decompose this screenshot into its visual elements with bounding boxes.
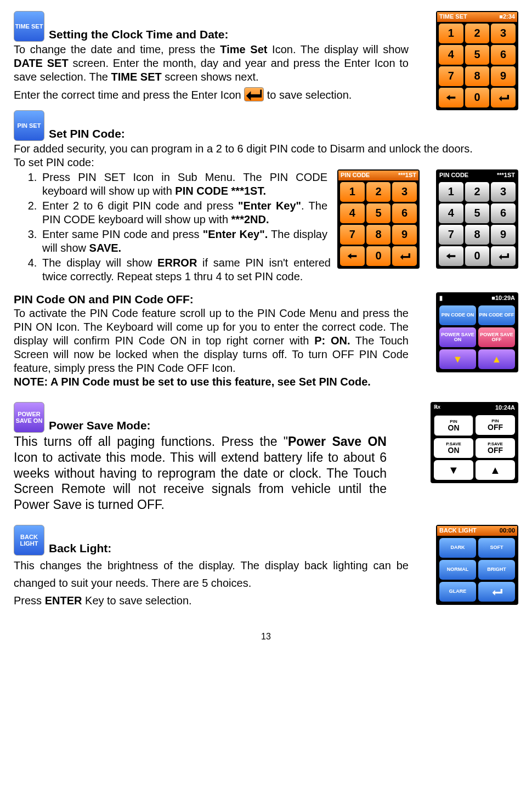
- screenshot-power-save: ℝx 10:24A PINON PINOFF P.SAVEON P.SAVEOF…: [431, 402, 518, 483]
- screen-title-row: ▮ ■10:29A: [437, 293, 517, 303]
- key-5[interactable]: 5: [465, 203, 490, 223]
- screen-title: TIME SET ■2:34: [437, 12, 517, 22]
- screen-status: ***1ST: [398, 172, 416, 179]
- key-1[interactable]: 1: [340, 182, 365, 202]
- section-header: TIME SET Setting the Clock Time and Date…: [14, 11, 429, 42]
- key-back[interactable]: [340, 246, 365, 266]
- glare-button[interactable]: GLARE: [439, 582, 476, 602]
- key-9[interactable]: 9: [392, 225, 417, 245]
- key-back[interactable]: [439, 88, 463, 107]
- icon-label: PIN SET: [18, 122, 41, 129]
- key-6[interactable]: 6: [491, 203, 516, 223]
- power-save-body: This turns off all paging functions. Pre…: [14, 434, 387, 513]
- key-back[interactable]: [439, 246, 463, 266]
- icon-label: BACK LIGHT: [14, 534, 44, 547]
- key-6[interactable]: 6: [392, 203, 417, 223]
- key-5[interactable]: 5: [366, 203, 391, 223]
- key-1[interactable]: 1: [439, 24, 463, 43]
- step-3: Enter same PIN code and press "Enter Key…: [40, 228, 327, 255]
- key-3[interactable]: 3: [392, 182, 417, 202]
- key-2[interactable]: 2: [465, 24, 490, 43]
- key-8[interactable]: 8: [465, 225, 490, 245]
- up-button[interactable]: ▲: [478, 349, 515, 369]
- key-0[interactable]: 0: [465, 246, 490, 266]
- section-header: PIN SET Set PIN Code:: [14, 110, 518, 141]
- key-enter[interactable]: [491, 88, 516, 107]
- pin-screenshots: PIN CODE ***1ST 1 2 3 4 5 6 7 8 9 0 PIN …: [337, 169, 518, 269]
- screenshot-time-set: TIME SET ■2:34 1 2 3 4 5 6 7 8 9 0: [436, 11, 518, 110]
- key-7[interactable]: 7: [439, 66, 463, 86]
- pin-onoff-note: NOTE: A PIN Code must be set to use this…: [14, 375, 409, 389]
- heading-power-save: Power Save Mode:: [49, 418, 151, 433]
- down-arrow-button[interactable]: ▼: [434, 460, 473, 480]
- keypad: 1 2 3 4 5 6 7 8 9 0: [338, 180, 418, 268]
- key-4[interactable]: 4: [439, 45, 463, 65]
- key-6[interactable]: 6: [491, 45, 516, 65]
- screenshot-pin-2: PIN CODE ***1ST 1 2 3 4 5 6 7 8 9 0: [436, 169, 518, 269]
- key-enter[interactable]: [491, 246, 516, 266]
- key-4[interactable]: 4: [439, 203, 463, 223]
- bright-button[interactable]: BRIGHT: [478, 560, 515, 580]
- pin-onoff-body: To activate the PIN Code feature scroll …: [14, 307, 409, 375]
- key-0[interactable]: 0: [465, 88, 490, 107]
- screen-title-row: ℝx 10:24A: [432, 403, 517, 413]
- screen-title: PIN CODE ***1ST: [437, 171, 517, 180]
- section-header: BACK LIGHT Back Light:: [14, 525, 429, 556]
- key-9[interactable]: 9: [491, 66, 516, 86]
- heading-pin-set: Set PIN Code:: [49, 127, 125, 141]
- screen-status: 00:00: [500, 527, 515, 535]
- key-9[interactable]: 9: [491, 225, 516, 245]
- menu-grid: DARK SOFT NORMAL BRIGHT GLARE: [437, 536, 517, 604]
- pin-code-on-button[interactable]: PIN CODE ON: [439, 305, 476, 325]
- step-2: Enter 2 to 6 digit PIN code and press "E…: [40, 199, 327, 226]
- menu-grid: PIN CODE ON PIN CODE OFF POWER SAVE ON P…: [437, 303, 517, 371]
- enter-icon: [244, 87, 264, 101]
- pin-off-button[interactable]: PINOFF: [476, 415, 515, 435]
- section-header: POWER SAVE ON Power Save Mode:: [14, 402, 424, 433]
- key-4[interactable]: 4: [340, 203, 365, 223]
- screen-status: 10:24A: [495, 404, 515, 412]
- pin-on-button[interactable]: PINON: [434, 415, 473, 436]
- pin-code-off-button[interactable]: PIN CODE OFF: [478, 305, 515, 325]
- key-2[interactable]: 2: [465, 182, 490, 202]
- screen-title-text: TIME SET: [439, 13, 467, 21]
- screen-title-text: PIN CODE: [439, 172, 468, 179]
- key-0[interactable]: 0: [366, 246, 391, 266]
- keypad: 1 2 3 4 5 6 7 8 9 0: [437, 22, 517, 109]
- key-8[interactable]: 8: [465, 66, 490, 86]
- pin-body-1: For added security, you can program in a…: [14, 142, 518, 156]
- screenshot-pin-1: PIN CODE ***1ST 1 2 3 4 5 6 7 8 9 0: [337, 169, 420, 269]
- rx-icon: ▮: [439, 294, 443, 302]
- soft-button[interactable]: SOFT: [478, 538, 515, 558]
- psave-off-button[interactable]: P.SAVEOFF: [476, 438, 515, 458]
- section-time-set: TIME SET ■2:34 1 2 3 4 5 6 7 8 9 0 TIME …: [14, 11, 518, 102]
- up-arrow-button[interactable]: ▲: [476, 460, 515, 480]
- enter-button[interactable]: [478, 582, 515, 602]
- screen-title-text: PIN CODE: [341, 172, 370, 179]
- screen-status: ***1ST: [497, 172, 515, 179]
- down-button[interactable]: ▼: [439, 349, 476, 369]
- key-5[interactable]: 5: [465, 45, 490, 65]
- back-light-body-1: This changes the brightness of the displ…: [14, 557, 409, 592]
- section-power-save: ℝx 10:24A PINON PINOFF P.SAVEON P.SAVEOF…: [14, 402, 518, 513]
- key-7[interactable]: 7: [439, 225, 463, 245]
- keypad: 1 2 3 4 5 6 7 8 9 0: [437, 180, 517, 268]
- section-back-light: BACK LIGHT 00:00 DARK SOFT NORMAL BRIGHT…: [14, 525, 518, 609]
- psave-on-button[interactable]: P.SAVEON: [434, 438, 473, 458]
- key-3[interactable]: 3: [491, 182, 516, 202]
- key-8[interactable]: 8: [366, 225, 391, 245]
- normal-button[interactable]: NORMAL: [439, 560, 476, 580]
- power-save-off-button[interactable]: POWER SAVE OFF: [478, 327, 515, 347]
- power-save-on-button[interactable]: POWER SAVE ON: [439, 327, 476, 347]
- key-1[interactable]: 1: [439, 182, 463, 202]
- key-3[interactable]: 3: [491, 24, 516, 43]
- icon-label: TIME SET: [15, 23, 43, 30]
- time-set-icon: TIME SET: [14, 11, 44, 42]
- screenshot-back-light: BACK LIGHT 00:00 DARK SOFT NORMAL BRIGHT…: [436, 525, 518, 605]
- key-enter[interactable]: [392, 246, 417, 266]
- screen-title: BACK LIGHT 00:00: [437, 526, 517, 536]
- time-set-body: To change the date and time, press the T…: [14, 43, 409, 84]
- dark-button[interactable]: DARK: [439, 538, 476, 558]
- key-2[interactable]: 2: [366, 182, 391, 202]
- key-7[interactable]: 7: [340, 225, 365, 245]
